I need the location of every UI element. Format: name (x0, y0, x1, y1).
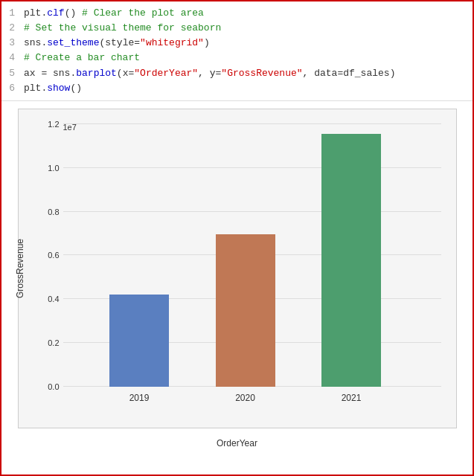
line-number: 1 (1, 6, 24, 21)
y-tick-label: 0.2 (48, 338, 59, 347)
bar-2020 (216, 234, 275, 386)
code-line: 3sns.set_theme(style="whitegrid") (1, 36, 473, 51)
code-text: plt.show() (24, 81, 82, 96)
chart-plot-area: 1e7 0.00.20.40.60.81.01.2201920202021 (63, 124, 441, 387)
code-line: 4# Create a bar chart (1, 51, 473, 65)
code-line: 5ax = sns.barplot(x="OrderYear", y="Gros… (1, 66, 473, 81)
code-line: 1plt.clf() # Clear the plot area (1, 6, 473, 21)
line-number: 5 (1, 66, 24, 81)
code-text: plt.clf() # Clear the plot area (24, 6, 204, 21)
gridline (63, 123, 441, 124)
y-tick-label: 1.2 (48, 120, 59, 129)
x-axis-label: OrderYear (217, 438, 257, 448)
line-number: 4 (1, 51, 24, 65)
chart-section: GrossRevenue OrderYear 1e7 0.00.20.40.60… (1, 101, 473, 436)
code-text: ax = sns.barplot(x="OrderYear", y="Gross… (24, 66, 395, 81)
bar-2021 (321, 134, 381, 387)
chart-container: GrossRevenue OrderYear 1e7 0.00.20.40.60… (18, 109, 457, 428)
y-tick-label: 0.6 (48, 251, 59, 260)
y-axis-label: GrossRevenue (15, 239, 25, 298)
y-tick-label: 0.4 (48, 295, 59, 303)
y-tick-label: 1.0 (48, 164, 59, 173)
code-text: # Create a bar chart (24, 51, 140, 65)
x-tick-2020: 2020 (235, 393, 255, 403)
y-tick-label: 0.0 (48, 382, 59, 391)
gridline (63, 211, 441, 212)
code-text: # Set the visual theme for seaborn (24, 21, 221, 36)
gridline (63, 167, 441, 168)
code-line: 6plt.show() (1, 81, 473, 96)
x-tick-2019: 2019 (129, 393, 150, 403)
code-text: sns.set_theme(style="whitegrid") (24, 36, 210, 51)
x-tick-2021: 2021 (342, 393, 362, 403)
line-number: 3 (1, 36, 24, 51)
line-number: 6 (1, 81, 24, 96)
line-number: 2 (1, 21, 24, 36)
code-line: 2# Set the visual theme for seaborn (1, 21, 473, 36)
code-block: 1plt.clf() # Clear the plot area2# Set t… (1, 1, 473, 101)
bar-2019 (109, 295, 169, 387)
y-tick-label: 0.8 (48, 208, 59, 216)
